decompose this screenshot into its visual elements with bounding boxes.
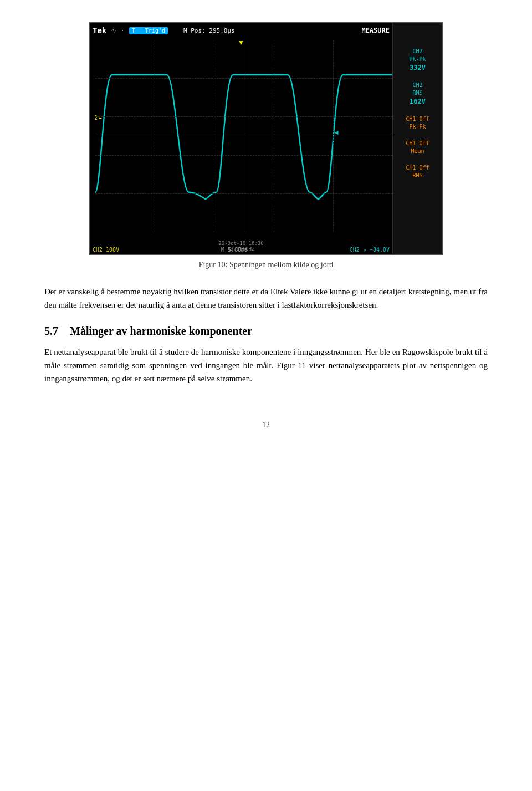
trig-label: Trig'd (145, 28, 165, 34)
section-number: 5.7 (44, 325, 58, 337)
scope-header: Tek ∿ · T Trig'd M Pos: 295.0μs MEASURE (93, 26, 390, 35)
measure-ch2-rms: CH2 RMS 162V (396, 79, 439, 109)
ch2-trigger-level: CH2 ↗ −84.0V (350, 247, 390, 253)
measure-ch2-pk-pk-line2: Pk-Pk (397, 55, 438, 63)
trig-badge: T Trig'd (129, 27, 168, 34)
paragraph-1: Det er vanskelig å bestemme nøyaktig hvi… (44, 285, 488, 312)
oscilloscope-display: Tek ∿ · T Trig'd M Pos: 295.0μs MEASURE … (89, 22, 443, 255)
figure-caption: Figur 10: Spenningen mellom kilde og jor… (199, 261, 334, 269)
measure-ch2-pk-pk-line1: CH2 (397, 48, 438, 55)
scope-right-panel: CH2 Pk-Pk 332V CH2 RMS 162V CH1 Off Pk-P… (392, 23, 442, 254)
freq-label: 43.9960Hz (218, 246, 263, 252)
measure-ch2-pk-pk: CH2 Pk-Pk 332V (396, 45, 439, 75)
measure-ch1-pk-pk: CH1 Off Pk-Pk (396, 113, 439, 133)
measure-ch1-mean-line2: Mean (397, 147, 438, 155)
measure-ch2-rms-line1: CH2 (397, 81, 438, 89)
section-title: Målinger av harmoniske komponenter (70, 325, 252, 337)
oscilloscope-container: Tek ∿ · T Trig'd M Pos: 295.0μs MEASURE … (89, 22, 443, 255)
measure-ch1-pk-pk-line1: CH1 Off (397, 115, 438, 123)
measure-ch1-rms-line1: CH1 Off (397, 164, 438, 172)
measure-ch1-rms: CH1 Off RMS (396, 162, 439, 182)
section-heading: 5.7 Målinger av harmoniske komponenter (44, 325, 488, 338)
measure-ch2-rms-line2: RMS (397, 89, 438, 97)
scope-footer: CH2 100V M 5.00ms CH2 ↗ −84.0V 20-Oct-10… (93, 247, 390, 253)
date-label: 20-Oct-10 16:30 (218, 241, 263, 246)
waveform-icon: ∿ · (111, 27, 124, 34)
trig-channel: T (132, 28, 135, 34)
paragraph-2: Et nettanalyseapparat ble brukt til å st… (44, 345, 488, 385)
page-number: 12 (262, 399, 270, 430)
measure-title: MEASURE (361, 27, 390, 34)
measure-ch1-pk-pk-line2: Pk-Pk (397, 123, 438, 131)
waveform-area (95, 40, 392, 232)
measure-ch1-mean-line1: CH1 Off (397, 140, 438, 147)
measure-ch2-pk-pk-val: 332V (397, 63, 438, 73)
ch2-scale: CH2 100V (93, 247, 119, 253)
brand-label: Tek (93, 26, 106, 35)
m-pos-label: M Pos: 295.0μs (183, 27, 235, 34)
page-content: Tek ∿ · T Trig'd M Pos: 295.0μs MEASURE … (44, 22, 488, 430)
measure-ch2-rms-val: 162V (397, 97, 438, 106)
measure-ch1-rms-line2: RMS (397, 172, 438, 180)
measure-ch1-mean: CH1 Off Mean (396, 137, 439, 157)
scope-main-display: Tek ∿ · T Trig'd M Pos: 295.0μs MEASURE … (90, 23, 392, 254)
